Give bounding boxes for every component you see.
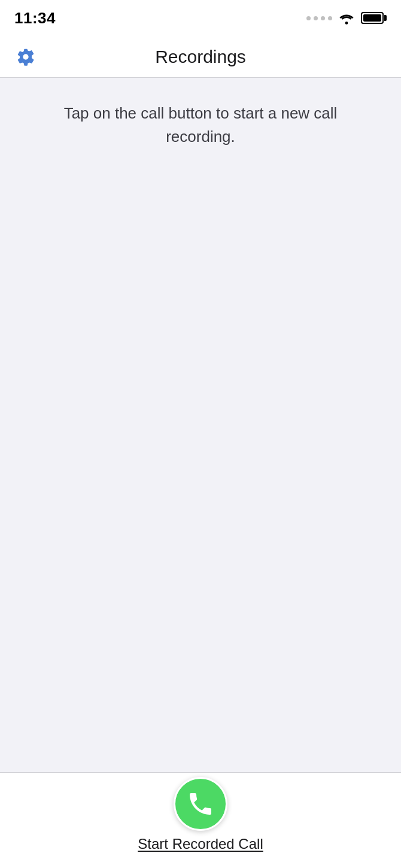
- battery-icon: [361, 12, 387, 24]
- gear-icon: [16, 47, 35, 66]
- signal-dots-icon: [306, 16, 332, 20]
- status-time: 11:34: [14, 9, 56, 28]
- page-title: Recordings: [155, 47, 246, 67]
- main-content: Tap on the call button to start a new ca…: [0, 78, 401, 772]
- bottom-bar: Start Recorded Call: [0, 772, 401, 868]
- wifi-icon: [338, 11, 355, 25]
- start-recorded-call-label[interactable]: Start Recorded Call: [138, 836, 263, 852]
- nav-bar: Recordings: [0, 36, 401, 78]
- settings-button[interactable]: [14, 45, 37, 68]
- status-bar: 11:34: [0, 0, 401, 36]
- status-icons: [306, 11, 387, 25]
- start-recorded-call-button[interactable]: [174, 777, 227, 831]
- empty-state-message: Tap on the call button to start a new ca…: [51, 102, 350, 148]
- phone-icon: [186, 790, 215, 818]
